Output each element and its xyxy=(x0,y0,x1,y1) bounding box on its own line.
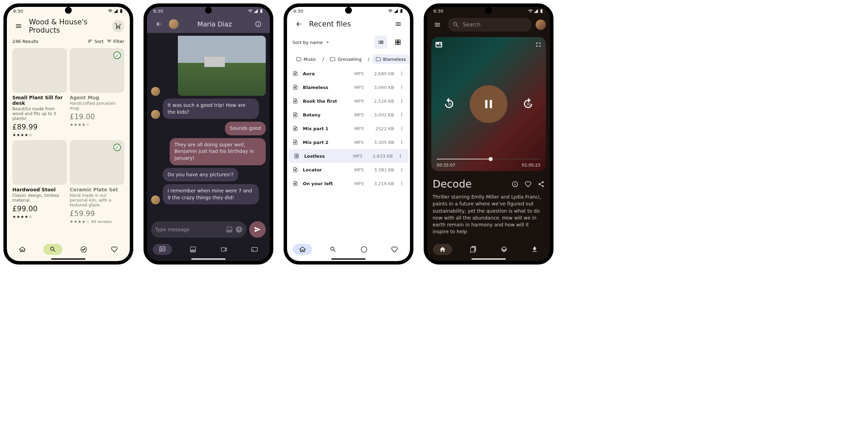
info-button[interactable] xyxy=(252,18,264,30)
sort-button[interactable]: Sort xyxy=(88,38,104,44)
search-icon xyxy=(453,21,459,28)
product-card[interactable]: Small Plant Sill for desk Beautiful made… xyxy=(12,48,67,137)
more-icon[interactable] xyxy=(399,85,404,90)
breadcrumb-item[interactable]: Music xyxy=(293,54,320,64)
message-bubble-in[interactable]: It was such a good trip! How are the kid… xyxy=(163,99,259,119)
filter-button[interactable]: Filter xyxy=(106,38,124,44)
fullscreen-button[interactable] xyxy=(535,41,542,49)
message-bubble-out[interactable]: They are all doing super well, Benjamin … xyxy=(170,138,266,165)
more-icon[interactable] xyxy=(399,98,404,104)
product-rating: ★★★★☆ xyxy=(70,122,124,127)
seek-bar[interactable] xyxy=(437,159,540,159)
product-rating: ★★★★☆ xyxy=(12,214,67,219)
nav-video[interactable] xyxy=(214,244,233,255)
product-card[interactable]: ✓ Agent Mug Handcrafted porcelain mug £1… xyxy=(70,48,124,137)
verified-icon xyxy=(361,246,367,253)
message-bubble-in[interactable]: I remember when mine were 7 and 9 the cr… xyxy=(163,184,259,204)
more-icon[interactable] xyxy=(399,167,404,172)
nav-search[interactable] xyxy=(323,244,343,255)
more-icon[interactable] xyxy=(398,153,403,159)
list-view-button[interactable] xyxy=(374,36,387,49)
file-row[interactable]: Mix part 1 MP3 2522 KB xyxy=(287,122,410,135)
pause-button[interactable] xyxy=(470,85,507,123)
file-row[interactable]: Botany MP3 3,002 KB xyxy=(287,108,410,122)
wifi-icon xyxy=(528,9,533,13)
nav-card[interactable] xyxy=(245,244,264,255)
nav-home[interactable] xyxy=(433,244,452,255)
file-row[interactable]: Blameless MP3 3,060 KB xyxy=(287,80,410,94)
nav-favorite[interactable] xyxy=(385,244,404,255)
nav-home[interactable] xyxy=(13,244,32,255)
search-icon xyxy=(330,246,336,253)
more-icon[interactable] xyxy=(399,126,404,131)
nav-verified[interactable] xyxy=(74,244,93,255)
file-row[interactable]: On your left MP3 3,219 KB xyxy=(287,177,410,190)
file-row[interactable]: Aura MP3 2,680 KB xyxy=(287,67,410,80)
message-list[interactable]: It was such a good trip! How are the kid… xyxy=(147,36,270,246)
time-row: 00:35:07 01:05:23 xyxy=(437,163,540,168)
menu-button[interactable] xyxy=(431,19,444,31)
nav-download[interactable] xyxy=(525,244,544,255)
file-icon xyxy=(293,167,298,172)
breadcrumb-item[interactable]: Blameless xyxy=(372,54,409,64)
review-count: 84 reviews xyxy=(91,220,112,224)
nav-image[interactable] xyxy=(183,244,203,255)
cart-button[interactable] xyxy=(112,20,124,32)
file-row[interactable]: Locator MP3 3,381 KB xyxy=(287,163,410,177)
nav-chat[interactable] xyxy=(153,244,172,255)
info-icon[interactable] xyxy=(512,181,518,188)
heart-icon[interactable] xyxy=(525,181,532,188)
topbar: Search xyxy=(427,15,550,34)
nav-favorite[interactable] xyxy=(105,244,124,255)
heart-icon xyxy=(391,246,398,253)
video-player[interactable]: 30 30 00:35:07 01:05:23 xyxy=(431,37,546,171)
nav-layers[interactable] xyxy=(494,244,514,255)
signal-icon xyxy=(534,9,538,13)
file-size: 2,526 KB xyxy=(372,99,394,104)
file-type: MP3 xyxy=(354,99,367,104)
message-bubble-in[interactable]: Do you have any pictures!? xyxy=(163,168,238,182)
wifi-icon xyxy=(248,9,253,13)
file-row[interactable]: Book the first MP3 2,526 KB xyxy=(287,94,410,108)
menu-button[interactable] xyxy=(392,18,404,30)
breadcrumb-item[interactable]: Grouseling xyxy=(327,54,365,64)
folder-icon xyxy=(376,56,381,62)
file-name: Blameless xyxy=(303,85,350,90)
file-row[interactable]: Lostless MP3 2,833 KB xyxy=(288,149,409,163)
nav-search[interactable] xyxy=(43,244,62,255)
more-icon[interactable] xyxy=(399,181,404,186)
message-bubble-out[interactable]: Sounds good xyxy=(225,122,266,135)
more-icon[interactable] xyxy=(399,139,404,145)
grid-view-button[interactable] xyxy=(391,36,404,49)
image-message[interactable] xyxy=(178,36,266,96)
search-input[interactable]: Search xyxy=(448,18,532,32)
share-icon[interactable] xyxy=(538,181,545,188)
image-icon[interactable] xyxy=(226,226,233,233)
user-avatar[interactable] xyxy=(536,20,546,30)
more-icon[interactable] xyxy=(399,71,404,76)
sort-icon xyxy=(88,38,93,44)
forward-30-button[interactable]: 30 xyxy=(522,97,534,111)
status-icons xyxy=(248,9,264,13)
file-type: MP3 xyxy=(354,167,367,172)
file-list: Aura MP3 2,680 KB Blameless MP3 3,060 KB… xyxy=(287,67,410,190)
product-card[interactable]: Hardwood Stool Classic design, timless m… xyxy=(12,140,67,224)
emoji-icon[interactable] xyxy=(236,226,242,233)
menu-button[interactable] xyxy=(12,20,25,32)
status-icons xyxy=(388,9,404,13)
file-row[interactable]: Mix part 2 MP3 3,305 KB xyxy=(287,135,410,149)
product-card[interactable]: ✓ Ceramic Plate Set Hand made in our per… xyxy=(70,140,124,224)
pip-button[interactable] xyxy=(435,41,442,49)
nav-bookmark[interactable] xyxy=(464,244,483,255)
rewind-30-button[interactable]: 30 xyxy=(443,97,455,111)
back-button[interactable] xyxy=(152,18,165,30)
sort-dropdown[interactable]: Sort by name xyxy=(293,40,370,45)
nav-home[interactable] xyxy=(293,244,312,255)
check-badge: ✓ xyxy=(113,144,121,151)
nav-verified[interactable] xyxy=(354,244,374,255)
message-input[interactable]: Type message xyxy=(151,221,247,238)
product-desc: Handcrafted porcelain mug xyxy=(70,101,124,111)
send-button[interactable] xyxy=(249,221,266,238)
more-icon[interactable] xyxy=(399,112,404,117)
back-button[interactable] xyxy=(293,18,305,30)
